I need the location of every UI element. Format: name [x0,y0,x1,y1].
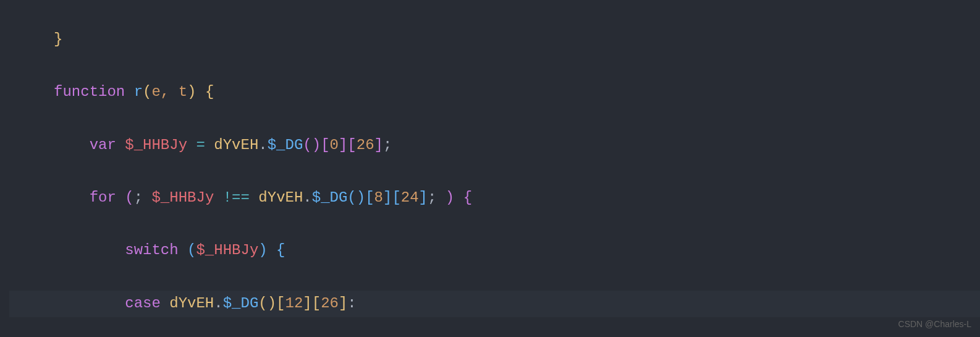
paren: ( [187,242,196,258]
brace: { [205,83,214,100]
bracket: ] [339,295,347,312]
bracket: [ [312,295,321,312]
paren: () [303,137,321,153]
method: $_DG [312,189,348,206]
paren: ) [258,242,267,258]
watermark-text: CSDN @Charles-L [898,317,971,332]
code-line: var $_HHBJy = dYvEH.$_DG()[0][26]; [9,132,980,159]
brace: { [463,189,472,206]
brace: { [276,242,285,258]
operator: = [196,137,205,153]
keyword-case: case [125,295,161,312]
paren: () [258,295,276,312]
function-name: r [134,83,143,100]
var-name: $_HHBJy [125,137,187,153]
closing-brace: } [54,31,62,48]
keyword-for: for [90,189,116,206]
paren: ( [143,83,151,100]
paren: ) [446,189,454,206]
number: 0 [330,137,339,153]
number: 8 [374,189,383,206]
var-name: $_HHBJy [196,242,258,258]
number: 12 [285,295,303,312]
keyword-function: function [54,83,125,100]
bracket: [ [392,189,400,206]
code-line: switch ($_HHBJy) { [9,237,980,264]
bracket: [ [365,189,374,206]
bracket: ] [339,137,347,153]
bracket: [ [276,295,285,312]
object: dYvEH [258,189,303,206]
code-line-highlighted: case dYvEH.$_DG()[12][26]: [9,291,980,317]
keyword-switch: switch [125,242,178,258]
bracket: [ [347,137,356,153]
method: $_DG [268,137,303,153]
bracket: [ [321,137,329,153]
paren: () [347,189,365,206]
bracket: ] [303,295,311,312]
number: 26 [321,295,339,312]
keyword-var: var [90,137,116,153]
bracket: ] [419,189,428,206]
var-name: $_HHBJy [151,189,214,206]
params: e, t [151,83,187,100]
code-line: function r(e, t) { [9,79,980,106]
object: dYvEH [214,137,258,153]
bracket: ] [383,189,392,206]
paren: ( [125,189,133,206]
number: 24 [401,189,419,206]
bracket: ] [374,137,383,153]
code-editor: } function r(e, t) { var $_HHBJy = dYvEH… [0,0,980,337]
method: $_DG [223,295,259,312]
number: 26 [357,137,374,153]
paren: ) [187,83,196,100]
operator: !== [223,189,250,206]
code-line: } [9,27,980,53]
code-line: for (; $_HHBJy !== dYvEH.$_DG()[8][24]; … [9,185,980,211]
object: dYvEH [169,295,214,312]
